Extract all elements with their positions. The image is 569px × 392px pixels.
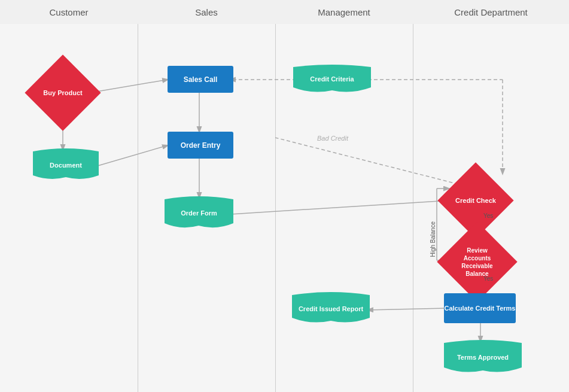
swimlane-headers: Customer Sales Management Credit Departm… <box>0 0 569 24</box>
order-form-shape: Order Form <box>165 196 233 229</box>
high-balance-label: High Balance <box>430 221 436 257</box>
diagram-container: Customer Sales Management Credit Departm… <box>0 0 569 392</box>
document-shape: Document <box>33 148 99 181</box>
credit-criteria-shape: Credit Criteria <box>293 65 371 93</box>
terms-approved-shape: Terms Approved <box>444 340 522 375</box>
order-entry-shape: Order Entry <box>168 132 233 159</box>
review-ar-shape: Review Accounts Receivable Balance <box>449 233 506 290</box>
bad-credit-label: Bad Credit <box>317 135 348 142</box>
credit-check-shape: Credit Check <box>449 174 503 227</box>
yes1-label: Yes <box>483 212 493 219</box>
buy-product-shape: Buy Product <box>36 66 90 120</box>
calculate-credit-shape: Calculate Credit Terms <box>444 293 516 323</box>
lane-header-customer: Customer <box>0 0 138 24</box>
lane-header-management: Management <box>275 0 413 24</box>
credit-issued-shape: Credit Issued Report <box>292 292 370 325</box>
lane-header-credit: Credit Department <box>413 0 569 24</box>
sales-call-shape: Sales Call <box>168 66 233 93</box>
lane-header-sales: Sales <box>138 0 275 24</box>
